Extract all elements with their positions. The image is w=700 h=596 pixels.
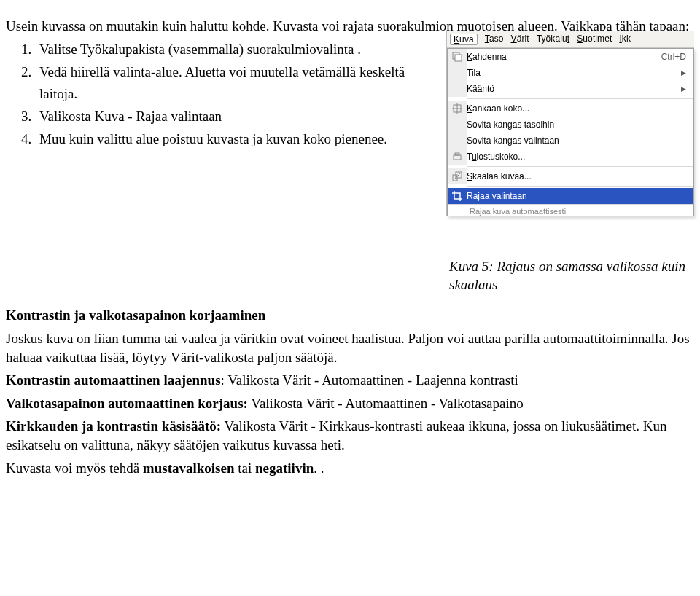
step-4: Muu kuin valittu alue poistuu kuvasta ja… xyxy=(35,128,440,149)
menuitem-tulostuskoko[interactable]: Tulostuskoko... xyxy=(448,149,693,165)
separator xyxy=(467,186,693,187)
print-size-icon xyxy=(448,149,467,165)
duplicate-icon xyxy=(448,49,467,65)
gimp-menu-screenshot: Kuva Taso Värit Työkalut Suotimet Ikk Ka… xyxy=(446,31,694,216)
svg-rect-5 xyxy=(454,155,461,160)
menuitem-kahdenna[interactable]: Kahdenna Ctrl+D xyxy=(448,49,693,65)
scale-icon xyxy=(448,168,467,184)
paragraph-auto-whitebalance: Valkotasapainon automaattinen korjaus: V… xyxy=(6,394,694,413)
menu-suotimet[interactable]: Suotimet xyxy=(577,34,612,45)
menuitem-partial-crop-auto: Rajaa kuva automaattisesti xyxy=(448,204,693,216)
steps-list: Valitse Työkalupakista (vasemmalla) suor… xyxy=(35,39,440,150)
step-3: Valikosta Kuva - Rajaa valintaan xyxy=(35,106,440,127)
menu-tyokalut[interactable]: Työkalut xyxy=(537,34,570,45)
menu-varit[interactable]: Värit xyxy=(511,34,529,45)
dropdown-kuva: Kahdenna Ctrl+D Tila ▶ Kääntö ▶ xyxy=(447,48,694,216)
figure-caption: Kuva 5: Rajaus on samassa valikossa kuin… xyxy=(446,257,694,294)
paragraph-auto-contrast: Kontrastin automaattinen laajennus: Vali… xyxy=(6,371,694,390)
menuitem-kankaan-koko[interactable]: Kankaan koko... xyxy=(448,101,693,117)
shortcut-text: Ctrl+D xyxy=(661,52,686,62)
menuitem-sovita-valintaan[interactable]: Sovita kangas valintaan xyxy=(448,133,693,149)
paragraph-bw-negative: Kuvasta voi myös tehdä mustavalkoisen ta… xyxy=(6,459,694,478)
paragraph-manual-brightness: Kirkkauden ja kontrastin käsisäätö: Vali… xyxy=(6,417,694,454)
menu-taso[interactable]: Taso xyxy=(485,34,504,45)
paragraph-contrast-intro: Joskus kuva on liian tumma tai vaalea ja… xyxy=(6,329,694,366)
menuitem-skaalaa[interactable]: Skaalaa kuvaa... xyxy=(448,168,693,184)
submenu-arrow-icon: ▶ xyxy=(681,69,686,77)
menuitem-tila[interactable]: Tila ▶ xyxy=(448,65,693,81)
submenu-arrow-icon: ▶ xyxy=(681,85,686,93)
section-heading-contrast: Kontrastin ja valkotasapainon korjaamine… xyxy=(6,307,694,324)
menuitem-rajaa-valintaan[interactable]: Rajaa valintaan xyxy=(448,188,693,204)
menubar: Kuva Taso Värit Työkalut Suotimet Ikk xyxy=(447,31,694,48)
step-2: Vedä hiirellä valinta-alue. Aluetta voi … xyxy=(35,61,440,104)
separator xyxy=(467,98,693,99)
menu-ikk[interactable]: Ikk xyxy=(619,34,631,45)
menu-kuva[interactable]: Kuva xyxy=(450,34,478,45)
crop-icon xyxy=(448,188,467,204)
svg-rect-1 xyxy=(455,55,462,61)
menuitem-kaanto[interactable]: Kääntö ▶ xyxy=(448,81,693,97)
menuitem-sovita-tasoihin[interactable]: Sovita kangas tasoihin xyxy=(448,117,693,133)
canvas-size-icon xyxy=(448,101,467,117)
separator xyxy=(467,166,693,167)
svg-rect-6 xyxy=(455,153,459,155)
step-1: Valitse Työkalupakista (vasemmalla) suor… xyxy=(35,39,440,60)
